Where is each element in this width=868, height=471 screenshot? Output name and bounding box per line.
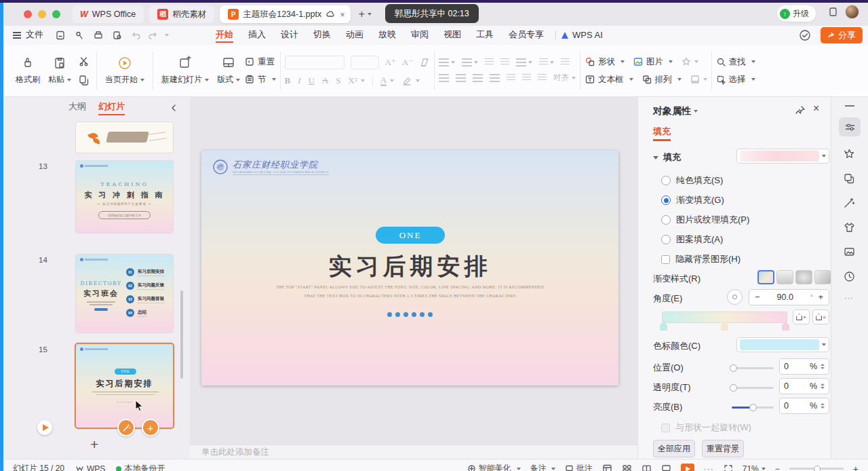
spin-arrows-icon[interactable]: [821, 383, 825, 389]
fullscreen-icon[interactable]: [724, 464, 733, 471]
share-button[interactable]: 分享: [821, 27, 863, 43]
add-slide-button[interactable]: +: [90, 436, 98, 453]
zoom-window-button[interactable]: [52, 10, 60, 18]
numbered-list-icon[interactable]: [462, 58, 472, 67]
gradient-bar[interactable]: [662, 312, 787, 323]
font-color-icon[interactable]: A: [380, 75, 387, 86]
font-size-field[interactable]: [351, 56, 379, 69]
clear-format-icon[interactable]: [419, 57, 430, 68]
redo-icon[interactable]: [148, 30, 159, 41]
menu-wps-ai[interactable]: WPS AI: [572, 30, 603, 41]
zoom-level[interactable]: 71%: [743, 464, 766, 471]
transparency-slider-thumb[interactable]: [730, 384, 737, 392]
reset-background-button[interactable]: 重置背景: [702, 440, 744, 457]
close-window-button[interactable]: [24, 10, 32, 18]
undo-icon[interactable]: [130, 30, 141, 41]
slide-thumbnail-13[interactable]: TEACHING 实 习 冲 刺 指 南 一 实习冲刺期的N个注意事项 一 全面…: [76, 161, 173, 233]
indent-less-icon[interactable]: [538, 74, 547, 82]
copy-icon[interactable]: [78, 74, 90, 86]
decrease-indent-icon[interactable]: [485, 58, 494, 67]
tab-daoke-material[interactable]: 稻 稻壳素材: [149, 5, 214, 23]
beautify-slide-button[interactable]: [117, 419, 135, 436]
add-gradient-stop-button[interactable]: +: [793, 309, 810, 324]
reset-button[interactable]: 重置: [244, 56, 276, 68]
window-mode-icon[interactable]: [827, 6, 838, 17]
tab-fill[interactable]: 填充: [653, 126, 671, 138]
line-spacing-icon[interactable]: [539, 58, 548, 67]
distribute-icon[interactable]: [561, 58, 570, 67]
increase-indent-icon[interactable]: [500, 58, 509, 67]
gradient-style-3[interactable]: [795, 270, 812, 284]
skin-shirt-icon[interactable]: [843, 221, 856, 234]
columns-icon[interactable]: [507, 74, 515, 82]
position-slider-thumb[interactable]: [730, 364, 737, 372]
italic-icon[interactable]: I: [298, 75, 300, 86]
tab-slides[interactable]: 幻灯片: [98, 100, 125, 115]
transparency-slider[interactable]: [732, 387, 774, 389]
properties-rail-button-active[interactable]: [839, 117, 861, 136]
bold-icon[interactable]: B: [285, 75, 291, 86]
radio-picture-fill[interactable]: 图片或纹理填充(P): [661, 214, 749, 226]
stop-color-dropdown[interactable]: [736, 337, 829, 352]
tab-wps-office[interactable]: W WPS Office: [72, 5, 144, 23]
smart-beautify-button[interactable]: 智能美化: [467, 463, 521, 471]
menu-review[interactable]: 审阅: [411, 29, 429, 42]
presenter-view-icon[interactable]: [661, 464, 671, 471]
placeholder-frame-icon[interactable]: [690, 74, 701, 85]
align-center-icon[interactable]: [456, 74, 466, 82]
align-left-icon[interactable]: [439, 74, 449, 82]
upgrade-button[interactable]: ↑ 升级: [777, 5, 816, 22]
notes-toggle-button[interactable]: 备注: [530, 463, 555, 471]
icon-library-icon[interactable]: [681, 56, 692, 67]
angle-value[interactable]: 90.0: [760, 293, 810, 302]
panel-scrollbar[interactable]: [180, 290, 183, 379]
radio-solid-fill[interactable]: 纯色填充(S): [661, 174, 723, 187]
text-direction-icon[interactable]: [516, 58, 526, 67]
align-objects-label[interactable]: 对齐: [553, 73, 569, 83]
hamburger-menu-icon[interactable]: [13, 32, 21, 39]
save-icon[interactable]: [55, 30, 66, 41]
new-slide-button[interactable]: 新建幻灯片: [161, 56, 209, 86]
slide-title[interactable]: 实习后期安排: [201, 251, 618, 282]
image-edit-icon[interactable]: [843, 246, 856, 259]
slide-thumbnail-12[interactable]: [76, 122, 173, 153]
pin-panel-icon[interactable]: [795, 105, 806, 115]
doc-check-icon[interactable]: [799, 29, 811, 41]
comments-toggle-button[interactable]: 批注: [565, 463, 593, 471]
quick-toolbar-chevron-icon[interactable]: [165, 34, 169, 37]
add-slide-circle-button[interactable]: +: [142, 419, 159, 436]
normal-view-icon[interactable]: [602, 464, 612, 471]
decrease-font-icon[interactable]: A⁻: [402, 57, 413, 68]
effects-star-icon[interactable]: [843, 148, 856, 161]
print-icon[interactable]: [93, 30, 104, 41]
zoom-slider[interactable]: [789, 468, 844, 470]
fill-section-header[interactable]: 填充: [653, 151, 681, 164]
menu-home[interactable]: 开始: [216, 29, 233, 43]
position-slider[interactable]: [732, 367, 774, 369]
reading-view-icon[interactable]: [642, 464, 652, 471]
zoom-slider-thumb[interactable]: [814, 466, 821, 471]
play-slide-button[interactable]: [37, 420, 52, 435]
checkbox-hide-background[interactable]: 隐藏背景图形(H): [661, 253, 741, 265]
zoom-in-button[interactable]: +: [853, 464, 859, 471]
minimize-window-button[interactable]: [38, 10, 46, 18]
shadow-icon[interactable]: S: [336, 75, 340, 86]
transparency-spinbox[interactable]: 0 %: [779, 378, 829, 394]
strikethrough-icon[interactable]: A: [322, 75, 328, 86]
angle-decrease[interactable]: −: [755, 293, 760, 302]
user-avatar[interactable]: [845, 5, 859, 19]
position-spinbox[interactable]: 0 %: [779, 358, 829, 375]
menu-view[interactable]: 视图: [443, 29, 461, 42]
align-right-icon[interactable]: [473, 74, 483, 82]
collapse-panel-icon[interactable]: [170, 104, 178, 112]
history-clock-icon[interactable]: [843, 270, 856, 283]
bullet-list-icon[interactable]: [439, 58, 449, 67]
radio-pattern-fill[interactable]: 图案填充(A): [661, 233, 723, 246]
find-replace-icon[interactable]: [112, 30, 123, 41]
apply-all-button[interactable]: 全部应用: [653, 440, 695, 457]
arrange-button[interactable]: 排列: [642, 74, 682, 86]
menu-slideshow[interactable]: 放映: [378, 29, 396, 42]
slideshow-play-button[interactable]: [681, 464, 694, 471]
slide-thumbnail-15-selected[interactable]: ONE 实习后期安排 ······: [75, 343, 174, 429]
menu-design[interactable]: 设计: [281, 29, 298, 42]
